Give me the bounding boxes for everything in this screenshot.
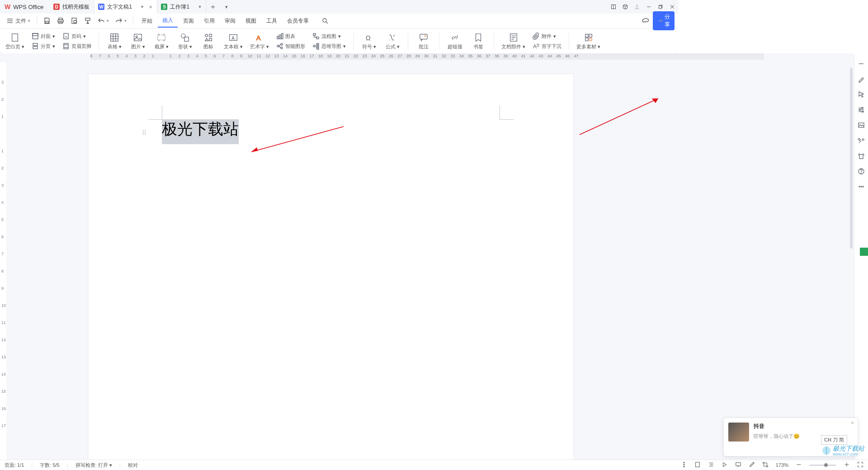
svg-rect-40	[209, 34, 212, 37]
hamburger-menu[interactable]: 文件▾	[4, 15, 33, 27]
app-name: WPS Office	[13, 4, 43, 10]
cover-button[interactable]: 封面 ▾	[29, 32, 58, 41]
print-preview-button[interactable]	[68, 15, 80, 27]
svg-text:Ω: Ω	[366, 34, 371, 41]
cloud-sync-icon[interactable]	[639, 15, 652, 27]
svg-point-15	[74, 20, 76, 23]
save-button[interactable]	[41, 15, 53, 27]
mindmap-button[interactable]: 思维导图 ▾	[310, 42, 349, 51]
document-page[interactable]: ⠿ 极光下载站	[89, 74, 573, 380]
flowchart-button[interactable]: 流程图 ▾	[310, 32, 349, 41]
svg-line-77	[580, 99, 658, 135]
svg-rect-73	[585, 38, 588, 40]
picture-button[interactable]: 图片 ▾	[127, 32, 149, 51]
menu-tab-review[interactable]: 审阅	[220, 15, 240, 27]
svg-rect-57	[317, 48, 319, 49]
svg-rect-60	[420, 34, 428, 39]
svg-point-2	[636, 5, 638, 7]
undo-button[interactable]: ▾	[95, 15, 112, 27]
svg-point-17	[323, 19, 326, 22]
more-assets-button[interactable]: 更多素材 ▾	[574, 32, 603, 51]
paragraph-handle-icon[interactable]: ⠿	[142, 129, 147, 136]
tab-dirty-icon: •	[198, 3, 201, 11]
tab-close-icon[interactable]: ✕	[149, 5, 152, 9]
svg-rect-20	[33, 33, 38, 39]
tab-label: 工作簿1	[170, 3, 189, 11]
wordart-button[interactable]: A艺术字 ▾	[247, 32, 272, 51]
svg-rect-22	[33, 43, 38, 46]
margin-corner-icon	[500, 106, 514, 120]
svg-text:A: A	[256, 34, 261, 41]
menu-tab-view[interactable]: 视图	[241, 15, 261, 27]
svg-line-18	[326, 22, 328, 24]
tab-label: 找稻壳模板	[62, 3, 90, 11]
screenshot-button[interactable]: 截屏 ▾	[151, 32, 172, 51]
tab-dirty-icon: •	[141, 3, 144, 11]
redo-button[interactable]: ▾	[113, 15, 129, 27]
search-button[interactable]	[319, 15, 331, 27]
svg-rect-13	[59, 22, 62, 24]
menu-tab-start[interactable]: 开始	[137, 15, 157, 27]
menu-tab-member[interactable]: 会员专享	[283, 15, 313, 27]
chart-button[interactable]: 图表	[274, 32, 308, 41]
header-footer-button[interactable]: 页眉页脚	[60, 42, 94, 51]
app-brand: W WPS Office	[0, 3, 50, 10]
equation-button[interactable]: x公式 ▾	[382, 32, 403, 51]
dropcap-button[interactable]: A首字下沉	[530, 42, 564, 51]
table-button[interactable]: 表格 ▾	[104, 32, 125, 51]
symbol-button[interactable]: Ω符号 ▾	[358, 32, 380, 51]
hyperlink-button[interactable]: 超链接	[444, 32, 466, 51]
tab-document[interactable]: W 文字文稿1 • ✕	[94, 0, 157, 14]
file-menu-label: 文件	[15, 17, 26, 25]
svg-rect-44	[277, 36, 278, 39]
share-label: 分享	[665, 13, 670, 28]
margin-corner-icon	[148, 106, 162, 120]
user-avatar-icon[interactable]	[631, 0, 643, 14]
format-painter-button[interactable]	[81, 15, 94, 27]
tab-templates[interactable]: D 找稻壳模板	[50, 0, 94, 14]
new-tab-button[interactable]: ＋	[206, 0, 220, 14]
svg-rect-52	[313, 33, 316, 35]
svg-line-50	[279, 44, 281, 46]
tab-spreadsheet[interactable]: S 工作簿1 •	[157, 0, 206, 14]
svg-point-74	[589, 38, 592, 40]
svg-rect-36	[158, 35, 165, 40]
icons-button[interactable]: 图标	[198, 32, 219, 51]
smartart-button[interactable]: 智能图形	[274, 42, 308, 51]
blank-page-button[interactable]: 空白页 ▾	[3, 32, 27, 51]
doc-template-icon: D	[53, 4, 60, 10]
selected-text[interactable]: 极光下载站	[162, 119, 239, 144]
textbox-button[interactable]: A文本框 ▾	[221, 32, 245, 51]
svg-rect-16	[85, 18, 90, 20]
menu-tab-page[interactable]: 页面	[179, 15, 198, 27]
svg-point-39	[205, 34, 208, 37]
print-button[interactable]	[54, 15, 67, 27]
vertical-ruler[interactable]: 3211234567891011121314151617	[0, 62, 6, 380]
menu-tab-reference[interactable]: 引用	[199, 15, 219, 27]
svg-point-48	[281, 43, 283, 45]
svg-rect-21	[33, 33, 38, 36]
svg-rect-46	[282, 33, 283, 39]
shapes-button[interactable]: 形状 ▾	[174, 32, 196, 51]
svg-rect-72	[589, 34, 592, 37]
attachment-button[interactable]: 附件 ▾	[530, 32, 564, 41]
title-bar: W WPS Office D 找稻壳模板 W 文字文稿1 • ✕ S 工作簿1 …	[0, 0, 678, 14]
comment-button[interactable]: 批注	[413, 32, 434, 51]
menu-tab-tools[interactable]: 工具	[262, 15, 282, 27]
svg-rect-56	[317, 46, 319, 47]
svg-text:x: x	[393, 33, 395, 38]
panel-icon[interactable]	[608, 0, 619, 14]
svg-rect-45	[279, 35, 281, 39]
page-break-button[interactable]: 分页 ▾	[29, 42, 58, 51]
horizontal-ruler[interactable]: 8765432112345678910111213141516171819202…	[7, 53, 678, 60]
share-button[interactable]: 分享	[653, 11, 675, 30]
bookmark-button[interactable]: 书签	[467, 32, 489, 51]
doc-sheet-icon: S	[161, 4, 167, 10]
svg-rect-34	[134, 34, 142, 41]
page-number-button[interactable]: #页码 ▾	[60, 32, 94, 41]
menu-tab-insert[interactable]: 插入	[158, 14, 178, 28]
doc-word-icon: W	[98, 4, 104, 10]
tab-list-button[interactable]: ▾	[220, 0, 233, 14]
cube-icon[interactable]	[619, 0, 631, 14]
document-parts-button[interactable]: 文档部件 ▾	[499, 32, 528, 51]
